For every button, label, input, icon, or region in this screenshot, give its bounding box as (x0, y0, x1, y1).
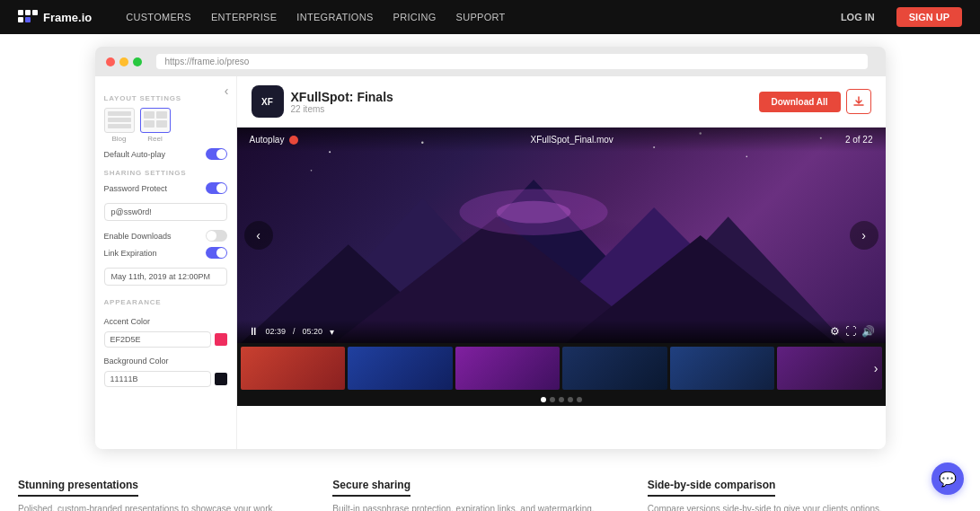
bg-color-label: Background Color (104, 357, 169, 366)
accent-color-label: Accent Color (104, 317, 151, 326)
layout-blog[interactable]: Blog (104, 108, 135, 143)
layout-options: Blog Reel (104, 108, 227, 143)
dot-2[interactable] (550, 397, 555, 402)
logo-text: Frame.io (43, 11, 92, 24)
dot-3[interactable] (559, 397, 564, 402)
thumbnail-strip: › (237, 343, 886, 393)
settings-icon[interactable]: ⚙ (830, 325, 840, 338)
password-protect-row: Password Protect (104, 182, 227, 194)
feature-comparison-title: Side-by-side comparison (648, 479, 776, 497)
accent-color-value: EF2D5E (110, 335, 141, 344)
reel-thumb (140, 108, 171, 133)
controls-row: ⏸ 02:39 / 05:20 ▾ ⚙ ⛶ 🔊 (248, 325, 875, 338)
layout-reel[interactable]: Reel (140, 108, 171, 143)
layout-settings-label: LAYOUT SETTINGS (104, 94, 227, 102)
reel-label: Reel (147, 135, 162, 143)
expiration-date-input[interactable] (104, 268, 227, 286)
url-bar[interactable]: https://frame.io/preso (156, 54, 868, 69)
volume-icon[interactable]: 🔊 (861, 325, 875, 338)
bg-color-input-wrap[interactable]: 11111B (104, 371, 211, 387)
thumbnail-6[interactable]: › (777, 347, 882, 390)
dot-5[interactable] (577, 397, 582, 402)
feature-stunning: Stunning presentations Polished, custom-… (18, 476, 332, 511)
svg-rect-0 (18, 10, 23, 15)
control-icons: ⚙ ⛶ 🔊 (830, 325, 875, 338)
download-icon-button[interactable] (846, 89, 871, 114)
nav-support[interactable]: SUPPORT (456, 12, 506, 22)
password-protect-toggle[interactable] (206, 182, 227, 194)
signup-button[interactable]: SIGN UP (896, 7, 962, 27)
thumbnail-5[interactable] (670, 347, 775, 390)
feature-secure-title: Secure sharing (332, 479, 411, 497)
pres-logo: XF (252, 85, 284, 118)
prev-video-button[interactable]: ‹ (244, 221, 273, 250)
feature-secure-desc: Built-in passphrase protection, expirati… (332, 502, 629, 511)
sharing-settings-label: SHARING SETTINGS (104, 169, 227, 177)
pres-count: 22 items (291, 104, 393, 114)
minimize-window-button[interactable] (119, 57, 128, 66)
autoplay-indicator (289, 136, 298, 145)
svg-point-20 (310, 170, 312, 172)
blog-label: Blog (111, 135, 126, 143)
nav-pricing[interactable]: PRICING (393, 12, 437, 22)
expiration-toggle[interactable] (206, 247, 227, 259)
autoplay-toggle[interactable] (206, 148, 227, 160)
accent-color-swatch[interactable] (215, 333, 227, 346)
svg-point-18 (746, 156, 747, 158)
browser-window: https://frame.io/preso ‹ LAYOUT SETTINGS… (95, 47, 886, 449)
browser-chrome: https://frame.io/preso (95, 47, 886, 76)
bg-color-row: 11111B (104, 371, 227, 387)
chat-button[interactable]: 💬 (931, 463, 964, 495)
presentation-header: XF XFullSpot: Finals 22 items Download A… (237, 76, 886, 128)
thumbnail-4[interactable] (562, 347, 667, 390)
thumbnail-3[interactable] (455, 347, 561, 390)
pres-actions: Download All (759, 89, 871, 114)
next-video-button[interactable]: › (850, 221, 878, 250)
chevron-down-icon[interactable]: ▾ (330, 327, 334, 337)
pres-title-area: XFullSpot: Finals 22 items (291, 90, 393, 114)
login-button[interactable]: LOG IN (828, 7, 887, 27)
video-controls: ⏸ 02:39 / 05:20 ▾ ⚙ ⛶ 🔊 (237, 320, 886, 343)
nav-customers[interactable]: CUSTOMERS (126, 12, 191, 22)
video-player: Autoplay XFullSpot_Final.mov 2 of 22 ‹ ›… (237, 128, 886, 343)
fullscreen-icon[interactable]: ⛶ (845, 325, 856, 338)
thumbnail-2[interactable] (348, 347, 453, 390)
download-all-button[interactable]: Download All (759, 92, 841, 112)
panel-close-icon[interactable]: ‹ (225, 84, 229, 98)
svg-rect-1 (25, 10, 31, 15)
chat-icon: 💬 (939, 471, 957, 488)
nav-integrations[interactable]: INTEGRATIONS (296, 12, 373, 22)
thumbnail-1[interactable] (241, 347, 346, 390)
accent-color-row: EF2D5E (104, 331, 227, 348)
video-counter: 2 of 22 (845, 135, 873, 145)
browser-content: ‹ LAYOUT SETTINGS Blog (95, 76, 886, 449)
close-window-button[interactable] (106, 57, 115, 66)
autoplay-text: Autoplay (250, 135, 285, 145)
password-input[interactable] (104, 203, 227, 221)
svg-rect-4 (25, 17, 31, 22)
accent-color-input-wrap[interactable]: EF2D5E (104, 331, 211, 348)
features-section: Stunning presentations Polished, custom-… (0, 462, 980, 511)
feature-stunning-desc: Polished, custom-branded presentations t… (18, 502, 314, 511)
mountain-illustration (237, 128, 886, 343)
thumbnail-dots (237, 393, 886, 406)
time-separator: / (293, 327, 296, 336)
svg-rect-3 (18, 17, 23, 22)
time-current: 02:39 (266, 327, 287, 336)
maximize-window-button[interactable] (133, 57, 142, 66)
presentation-area: XF XFullSpot: Finals 22 items Download A… (237, 76, 886, 449)
settings-panel: ‹ LAYOUT SETTINGS Blog (95, 76, 237, 449)
time-total: 05:20 (303, 327, 323, 336)
expiration-label: Link Expiration (104, 249, 157, 258)
nav-right: LOG IN SIGN UP (828, 7, 962, 27)
bg-color-swatch[interactable] (215, 373, 227, 385)
navigation: Frame.io CUSTOMERS ENTERPRISE INTEGRATIO… (0, 0, 980, 34)
pause-icon[interactable]: ⏸ (248, 325, 259, 338)
nav-enterprise[interactable]: ENTERPRISE (211, 12, 277, 22)
dot-1[interactable] (541, 397, 546, 402)
downloads-toggle[interactable] (206, 230, 227, 242)
feature-stunning-title: Stunning presentations (18, 479, 138, 497)
feature-comparison: Side-by-side comparison Compare versions… (648, 476, 962, 511)
dot-4[interactable] (568, 397, 573, 402)
feature-comparison-desc: Compare versions side-by-side to give yo… (648, 502, 944, 511)
